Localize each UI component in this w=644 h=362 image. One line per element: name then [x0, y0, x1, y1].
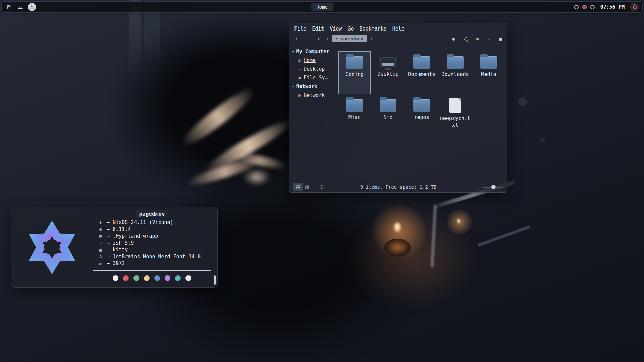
path-scroll-left-icon[interactable]: ◂ [325, 36, 330, 41]
toolbar: ← → ↑ ◂ ⌂ pagedmov ▸ ◉ ⊞ ≡ ▦ [289, 33, 507, 45]
fetch-row-terminal: ▤ → kitty [98, 246, 206, 253]
sidebar-item-label: Home [304, 57, 316, 63]
search-icon[interactable] [463, 36, 469, 42]
nix-snowflake-icon [21, 216, 83, 279]
zoom-slider[interactable] [482, 185, 503, 189]
file-manager-window: File Edit View Go Bookmarks Help ← → ↑ ◂… [289, 23, 507, 193]
system-fetch-widget: pagedmov ❄ → NixOS 24.11 (Vicuna) ◉ → 6.… [11, 207, 218, 288]
color-swatch [154, 275, 160, 281]
terminal-value: kitty [113, 247, 128, 253]
file-item-coding[interactable]: Coding [338, 51, 371, 94]
arrow-icon: → [107, 240, 110, 246]
wm-value: .Hyprland-wrapp [113, 233, 158, 239]
path-scroll-right-icon[interactable]: ▸ [369, 36, 374, 41]
fetch-row-os: ❄ → NixOS 24.11 (Vicuna) [98, 219, 206, 226]
fetch-row-packages: ◫ → 3972 [98, 260, 206, 267]
tray-indicator-icon[interactable] [582, 5, 587, 9]
menu-bookmarks[interactable]: Bookmarks [359, 26, 386, 32]
sidebar-item-network[interactable]: ◍ Network [292, 91, 335, 100]
menu-go[interactable]: Go [347, 26, 354, 32]
file-item-repos[interactable]: repos [406, 94, 438, 137]
folder-icon [413, 56, 430, 69]
wallpaper-candle-flame [457, 218, 461, 224]
color-swatch [133, 275, 139, 281]
home-icon: ⌂ [336, 36, 338, 41]
wallpaper-light-beam [478, 225, 531, 247]
color-swatch [123, 275, 129, 281]
tray-indicator-icon[interactable] [590, 5, 595, 9]
arrow-icon: → [107, 219, 110, 225]
active-window-title: Home [311, 3, 333, 11]
sidebar-item-label: File Sy… [304, 75, 328, 81]
fetch-row-kernel: ◉ → 6.11.4 [98, 226, 206, 233]
wallpaper-hair-highlight [243, 169, 270, 185]
fetch-row-font: A → JetBrains Mono Nerd Font 14.0 [98, 253, 206, 260]
icon-view-toggle[interactable]: ⊞ [474, 36, 480, 42]
dual-pane-toggle[interactable]: ◱ [317, 183, 326, 191]
file-name: Media [481, 71, 496, 78]
wallpaper-candle-flame [393, 221, 401, 233]
workspace-button-3-active[interactable]: 六 [28, 3, 36, 11]
sidebar-item-home[interactable]: ⌂ Home [292, 56, 335, 65]
file-name: newpsych.txt [440, 115, 471, 129]
location-icon[interactable]: ◉ [451, 36, 457, 42]
scroll-indicator [214, 275, 216, 285]
window-body: ▾ My Computer ⌂ Home ▭ Desktop ◨ File Sy… [289, 45, 507, 181]
file-item-nix[interactable]: Nix [372, 94, 404, 137]
workspace-button-1[interactable]: 四 [5, 3, 13, 11]
font-icon: A [98, 254, 104, 259]
sidebar-item-desktop[interactable]: ▭ Desktop [292, 65, 335, 73]
file-item-media[interactable]: Media [473, 51, 505, 94]
slider-knob[interactable] [491, 185, 496, 189]
file-item-downloads[interactable]: Downloads [439, 51, 471, 94]
path-button[interactable]: ⌂ pagedmov [332, 35, 367, 42]
fetch-row-wm: ▣ → .Hyprland-wrapp [98, 233, 206, 240]
wm-icon: ▣ [98, 234, 104, 239]
color-swatch [165, 275, 170, 281]
folder-icon [447, 56, 464, 69]
file-name: Misc [348, 114, 361, 121]
nix-flake-icon: ❄ [98, 220, 104, 225]
file-grid: Coding Desktop Documents Downloads Media… [335, 45, 507, 181]
compact-view-toggle[interactable]: ▦ [498, 36, 504, 42]
menu-edit[interactable]: Edit [312, 26, 324, 32]
folder-icon [480, 56, 497, 69]
packages-icon: ◫ [98, 261, 104, 266]
tray-indicator-icon[interactable] [574, 5, 579, 9]
sidebar-item-filesystem[interactable]: ◨ File Sy… [292, 73, 335, 82]
forward-button[interactable]: → [304, 35, 312, 43]
sidebar-section-my-computer[interactable]: ▾ My Computer [292, 47, 335, 56]
up-button[interactable]: ↑ [314, 35, 323, 43]
file-name: Documents [408, 71, 435, 78]
list-view-toggle[interactable]: ≡ [486, 36, 492, 42]
back-button[interactable]: ← [293, 35, 302, 43]
file-item-documents[interactable]: Documents [406, 51, 438, 94]
shell-icon: » [98, 240, 104, 245]
sidebar-section-network[interactable]: ▾ Network [292, 82, 335, 91]
file-item-newpsych-txt[interactable]: newpsych.txt [439, 94, 471, 137]
file-name: repos [414, 114, 429, 121]
tree-view-toggle[interactable]: ▥ [303, 183, 312, 191]
kernel-icon: ◉ [98, 227, 104, 232]
file-name: Coding [345, 71, 364, 78]
file-item-misc[interactable]: Misc [338, 94, 371, 137]
file-name: Desktop [377, 71, 398, 77]
menu-view[interactable]: View [330, 26, 342, 32]
arrow-icon: → [107, 247, 110, 253]
menu-help[interactable]: Help [392, 26, 405, 32]
chevron-down-icon: ▾ [292, 50, 294, 54]
menu-bar: File Edit View Go Bookmarks Help [289, 23, 507, 33]
section-label: My Computer [296, 49, 329, 55]
toolbar-right-icons: ◉ ⊞ ≡ ▦ [451, 36, 504, 42]
chevron-down-icon: ▾ [292, 84, 294, 89]
fetch-info-panel: pagedmov ❄ → NixOS 24.11 (Vicuna) ◉ → 6.… [93, 212, 211, 281]
arrow-icon: → [107, 254, 110, 260]
file-item-desktop[interactable]: Desktop [372, 51, 404, 94]
power-button[interactable] [630, 3, 639, 11]
workspace-button-2[interactable]: 五 [16, 3, 24, 11]
terminal-color-palette [93, 275, 211, 281]
side-pane-toggle[interactable]: ▤ [293, 183, 303, 191]
arrow-icon: → [107, 233, 110, 239]
menu-file[interactable]: File [294, 26, 306, 32]
hostname-title: pagedmov [136, 210, 168, 217]
